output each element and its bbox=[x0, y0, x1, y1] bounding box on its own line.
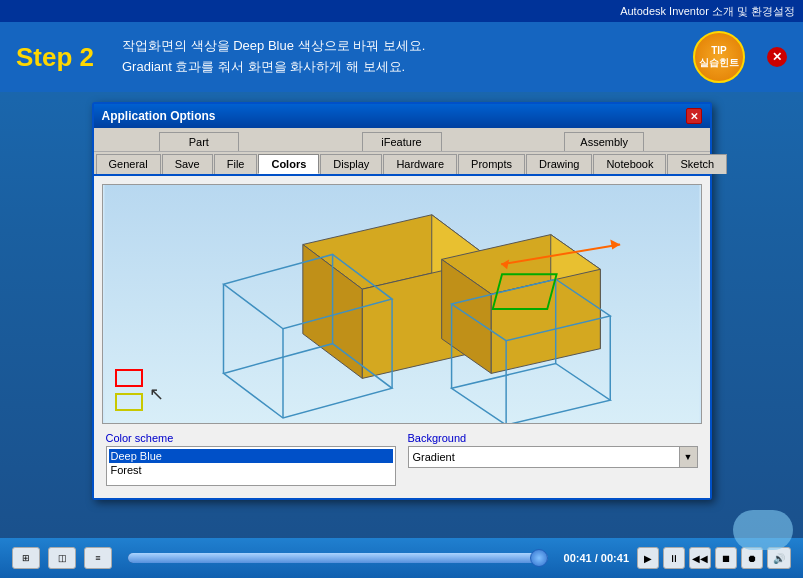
tip-text2: 실습힌트 bbox=[699, 57, 739, 69]
play-controls: ▶ ⏸ ◀◀ ⏹ ⏺ 🔊 bbox=[637, 547, 791, 569]
dialog-title: Application Options bbox=[102, 109, 216, 123]
record-button[interactable]: ⏺ bbox=[741, 547, 763, 569]
3d-boxes-area bbox=[103, 185, 701, 423]
tab-assembly[interactable]: Assembly bbox=[564, 132, 644, 151]
step-line1: 작업화면의 색상을 Deep Blue 색상으로 바꿔 보세요. bbox=[122, 36, 425, 57]
color-scheme-item-forest[interactable]: Forest bbox=[109, 463, 393, 477]
step-description: 작업화면의 색상을 Deep Blue 색상으로 바꿔 보세요. Gradian… bbox=[122, 36, 425, 78]
color-scheme-label: Color scheme bbox=[106, 432, 396, 444]
step-label: Step 2 bbox=[16, 42, 106, 73]
color-box-red bbox=[115, 369, 143, 387]
dialog-close-button[interactable]: ✕ bbox=[686, 108, 702, 124]
bottom-toolbar: ⊞ ◫ ≡ 00:41 / 00:41 ▶ ⏸ ◀◀ ⏹ ⏺ 🔊 bbox=[0, 538, 803, 578]
close-button-top[interactable]: ✕ bbox=[767, 47, 787, 67]
progress-bar-container[interactable] bbox=[128, 553, 548, 563]
toolbar-btn-list[interactable]: ≡ bbox=[84, 547, 112, 569]
toolbar-btn-grid[interactable]: ⊞ bbox=[12, 547, 40, 569]
background-value: Gradient bbox=[409, 449, 679, 465]
tab-file[interactable]: File bbox=[214, 154, 258, 174]
time-display: 00:41 / 00:41 bbox=[564, 552, 629, 564]
tab-sketch[interactable]: Sketch bbox=[667, 154, 727, 174]
color-scheme-item-deep-blue[interactable]: Deep Blue bbox=[109, 449, 393, 463]
color-scheme-section: Color scheme Deep Blue Forest bbox=[106, 432, 396, 486]
dropdown-arrow-icon[interactable]: ▼ bbox=[679, 447, 697, 467]
main-content: Application Options ✕ Part iFeature Asse… bbox=[0, 92, 803, 510]
tab-display[interactable]: Display bbox=[320, 154, 382, 174]
progress-bar-fill bbox=[128, 553, 548, 563]
rewind-button[interactable]: ◀◀ bbox=[689, 547, 711, 569]
tab-save[interactable]: Save bbox=[162, 154, 213, 174]
volume-button[interactable]: 🔊 bbox=[767, 547, 791, 569]
stop-button[interactable]: ⏹ bbox=[715, 547, 737, 569]
color-indicators bbox=[115, 369, 143, 411]
tab-notebook[interactable]: Notebook bbox=[593, 154, 666, 174]
tab-hardware[interactable]: Hardware bbox=[383, 154, 457, 174]
play-button[interactable]: ▶ bbox=[637, 547, 659, 569]
tab-drawing[interactable]: Drawing bbox=[526, 154, 592, 174]
tip-badge[interactable]: TIP 실습힌트 bbox=[693, 31, 745, 83]
pause-button[interactable]: ⏸ bbox=[663, 547, 685, 569]
tab-general[interactable]: General bbox=[96, 154, 161, 174]
toolbar-btn-layout[interactable]: ◫ bbox=[48, 547, 76, 569]
background-label: Background bbox=[408, 432, 698, 444]
step-header: Step 2 작업화면의 색상을 Deep Blue 색상으로 바꿔 보세요. … bbox=[0, 22, 803, 92]
time-current: 00:41 bbox=[564, 552, 592, 564]
background-dropdown[interactable]: Gradient ▼ bbox=[408, 446, 698, 468]
step-line2: Gradiant 효과를 줘서 화면을 화사하게 해 보세요. bbox=[122, 57, 425, 78]
3d-boxes-svg bbox=[103, 185, 701, 423]
tab-ifeature[interactable]: iFeature bbox=[362, 132, 442, 151]
color-box-yellow bbox=[115, 393, 143, 411]
app-title: Autodesk Inventor 소개 및 환경설정 bbox=[620, 4, 795, 19]
progress-knob[interactable] bbox=[530, 549, 548, 567]
bottom-controls: Color scheme Deep Blue Forest Background… bbox=[102, 424, 702, 490]
tab-prompts[interactable]: Prompts bbox=[458, 154, 525, 174]
tab-colors[interactable]: Colors bbox=[258, 154, 319, 174]
dialog-body: Design Drafting bbox=[94, 176, 710, 498]
dialog-titlebar: Application Options ✕ bbox=[94, 104, 710, 128]
application-options-dialog: Application Options ✕ Part iFeature Asse… bbox=[92, 102, 712, 500]
top-bar: Autodesk Inventor 소개 및 환경설정 bbox=[0, 0, 803, 22]
background-section: Background Gradient ▼ bbox=[408, 432, 698, 486]
color-scheme-list[interactable]: Deep Blue Forest bbox=[106, 446, 396, 486]
preview-area: Design Drafting bbox=[102, 184, 702, 424]
cursor-arrow: ↖ bbox=[149, 383, 164, 405]
speech-bubble bbox=[733, 510, 793, 550]
time-total: 00:41 bbox=[601, 552, 629, 564]
tab-part[interactable]: Part bbox=[159, 132, 239, 151]
tip-text1: TIP bbox=[711, 45, 727, 57]
